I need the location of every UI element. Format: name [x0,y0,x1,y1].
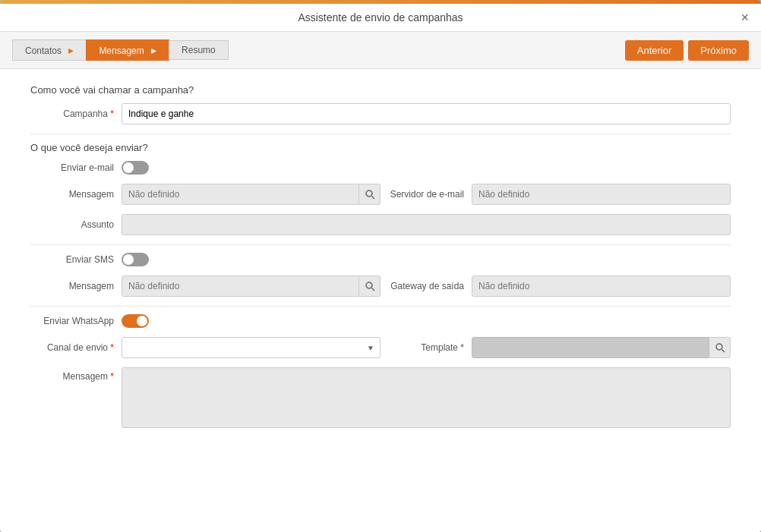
template-input-wrap [472,337,731,358]
divider-3 [30,306,731,307]
step-mensagem[interactable]: Mensagem ▸ [86,39,169,61]
assunto-label: Assunto [30,219,122,230]
servidor-label: Servidor de e-mail [380,189,472,200]
divider-1 [30,134,731,134]
mensagem-wa-label: Mensagem * [30,367,122,382]
next-button[interactable]: Próximo [688,40,749,61]
modal-body: Como você vai chamar a campanha? Campanh… [0,69,761,532]
nav-buttons: Anterior Próximo [625,40,749,61]
gateway-input[interactable] [472,275,731,297]
svg-point-2 [366,282,372,288]
modal-header: Assistente de envio de campanhas × [0,4,761,32]
enviar-whatsapp-row: Enviar WhatsApp [30,314,731,328]
divider-2 [30,244,731,245]
close-button[interactable]: × [740,10,749,26]
modal-container: Assistente de envio de campanhas × Conta… [0,0,761,532]
template-search-button[interactable] [709,337,731,358]
mensagem-email-input[interactable] [122,184,359,205]
sms-mensagem-left: Mensagem [30,275,380,297]
sms-input-wrap [122,275,380,297]
servidor-right: Servidor de e-mail [380,184,731,205]
gateway-right: Gateway de saída [380,275,731,297]
sms-gateway-row: Mensagem Gateway de saí [30,275,731,297]
mensagem-left: Mensagem [30,184,380,205]
canal-template-double: Canal de envio * ▼ Template [30,337,731,358]
canal-template-row: Canal de envio * ▼ Template [30,337,731,358]
mensagem-wa-row: Mensagem * [30,367,731,428]
enviar-email-label: Enviar e-mail [30,162,122,173]
template-label: Template * [380,342,472,353]
mensagem-email-row: Mensagem Servidor de e- [30,184,731,205]
modal-nav: Contatos ▸ Mensagem ▸ Resumo Anterior Pr… [0,32,761,69]
section1-title: Como você vai chamar a campanha? [30,84,731,96]
mensagem-search-button[interactable] [359,184,380,205]
sms-search-icon [365,281,375,291]
canal-left: Canal de envio * ▼ [30,337,380,358]
campanha-row: Campanha * [30,103,731,124]
enviar-whatsapp-toggle[interactable] [122,314,149,328]
canal-select[interactable] [122,337,380,358]
step-arrow-1: ▸ [68,44,74,56]
nav-steps: Contatos ▸ Mensagem ▸ Resumo [12,39,229,61]
campanha-label: Campanha * [30,109,122,119]
svg-line-3 [371,288,374,291]
modal-title: Assistente de envio de campanhas [298,11,463,24]
enviar-email-toggle[interactable] [122,161,149,175]
section2-title: O que você deseja enviar? [30,142,731,153]
svg-point-0 [366,190,372,197]
enviar-sms-label: Enviar SMS [30,254,122,265]
sms-gateway-double: Mensagem Gateway de saí [30,275,731,297]
canal-select-wrap: ▼ [122,337,380,358]
sms-mensagem-input[interactable] [122,275,359,297]
mensagem-server-double: Mensagem Servidor de e- [30,184,731,205]
enviar-whatsapp-label: Enviar WhatsApp [30,316,122,326]
servidor-email-input[interactable] [472,184,731,205]
mensagem-wa-textarea[interactable] [122,367,731,428]
enviar-email-row: Enviar e-mail [30,161,731,175]
step-contatos[interactable]: Contatos ▸ [12,39,87,61]
gateway-label: Gateway de saída [380,281,472,291]
template-search-icon [715,342,725,353]
sms-mensagem-label: Mensagem [30,281,122,291]
assunto-input[interactable] [122,214,731,235]
mensagem-input-wrap [122,184,380,205]
assunto-row: Assunto [30,214,731,235]
svg-line-1 [371,197,374,200]
template-right: Template * [380,337,731,358]
mensagem-label: Mensagem [30,189,122,200]
enviar-sms-toggle[interactable] [122,253,149,266]
svg-point-4 [716,344,722,350]
template-input[interactable] [472,337,709,358]
search-icon [365,189,375,200]
step-arrow-2: ▸ [151,44,156,56]
enviar-sms-row: Enviar SMS [30,253,731,266]
sms-search-button[interactable] [359,275,380,297]
campanha-required: * [110,109,114,119]
campanha-input[interactable] [122,103,731,124]
svg-line-5 [722,350,725,353]
canal-envio-label: Canal de envio * [30,342,122,353]
step-resumo[interactable]: Resumo [169,40,229,60]
prev-button[interactable]: Anterior [625,40,684,61]
